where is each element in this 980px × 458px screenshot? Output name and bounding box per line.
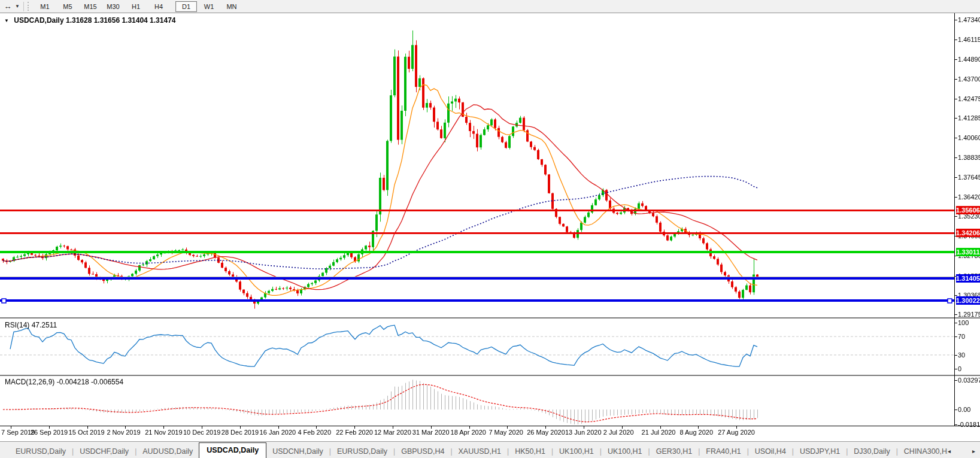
chart-tab-uk100-h1[interactable]: UK100,H1 bbox=[553, 445, 600, 458]
timeframe-button-mn[interactable]: MN bbox=[221, 1, 242, 12]
chart-tab-gbpusd-h4[interactable]: GBPUSD,H4 bbox=[395, 445, 450, 458]
chart-tab-usoil-h4[interactable]: USOil,H4 bbox=[749, 445, 792, 458]
date-axis-label: 10 Dec 2019 bbox=[183, 429, 220, 436]
macd-indicator-label: MACD(12,26,9) -0.004218 -0.006554 bbox=[5, 378, 123, 386]
price-axis-label: 1.40060 bbox=[958, 134, 980, 141]
timeframe-button-m15[interactable]: M15 bbox=[80, 1, 101, 12]
chart-tab-usdcad-daily[interactable]: USDCAD,Daily bbox=[199, 442, 266, 458]
date-axis-label: 31 Mar 2020 bbox=[412, 429, 450, 436]
chart-title-symbol: USDCAD,Daily bbox=[14, 16, 63, 25]
date-axis-label: 12 Mar 2020 bbox=[374, 429, 411, 436]
chart-tab-eurusd-daily[interactable]: EURUSD,Daily bbox=[331, 445, 393, 458]
chart-tab-china300-h1[interactable]: CHINA300,H1 bbox=[898, 445, 948, 458]
price-axis-label: 1.47340 bbox=[958, 16, 980, 23]
hline-price-label: 1.33011 bbox=[956, 248, 980, 256]
hline-price-label: 1.30022 bbox=[956, 296, 980, 305]
top-toolbar: ↔ ▼ M1M5M15M30H1H4D1W1MN bbox=[0, 0, 980, 13]
chart-tab-eurusd-daily[interactable]: EURUSD,Daily bbox=[10, 445, 72, 458]
trading-terminal-window: ↔ ▼ M1M5M15M30H1H4D1W1MN ▼ USDCAD,Daily … bbox=[0, 0, 980, 458]
chart-tab-usdchf-daily[interactable]: USDCHF,Daily bbox=[74, 445, 135, 458]
date-axis-label: 2 Nov 2019 bbox=[107, 429, 140, 436]
timeframe-button-m30[interactable]: M30 bbox=[102, 1, 124, 12]
date-axis-label: 8 Aug 2020 bbox=[679, 429, 713, 436]
date-axis-label: 26 Sep 2019 bbox=[31, 429, 68, 436]
date-axis-label: 15 Oct 2019 bbox=[69, 429, 105, 436]
tab-scroll-left-icon[interactable]: ◂ bbox=[948, 448, 951, 454]
price-axis-label: 1.29175 bbox=[958, 311, 980, 318]
hline-price-label: 1.35606 bbox=[956, 206, 980, 214]
chart-tab-usdcnh-daily[interactable]: USDCNH,Daily bbox=[266, 445, 329, 458]
toolbar-separator bbox=[23, 2, 24, 11]
pan-tool-dropdown-icon[interactable]: ▼ bbox=[14, 4, 21, 9]
chart-tab-audusd-daily[interactable]: AUDUSD,Daily bbox=[136, 445, 199, 458]
macd-axis-label: -0.018154 bbox=[958, 421, 980, 428]
price-axis-label: 1.43700 bbox=[958, 75, 980, 83]
rsi-axis-label: 70 bbox=[958, 333, 980, 340]
rsi-indicator-label: RSI(14) 47.2511 bbox=[5, 321, 57, 329]
pan-tool-icon[interactable]: ↔ bbox=[2, 1, 14, 12]
date-axis-label: 18 Apr 2020 bbox=[451, 429, 486, 436]
price-axis-label: 1.46115 bbox=[958, 36, 980, 43]
timeframe-toolbar: M1M5M15M30H1H4D1W1MN bbox=[34, 1, 243, 12]
chart-title-quotes: 1.31628 1.31656 1.31404 1.31474 bbox=[66, 16, 176, 25]
timeframe-button-w1[interactable]: W1 bbox=[198, 1, 220, 12]
rsi-axis-label: 100 bbox=[958, 319, 980, 326]
date-axis-label: 21 Jul 2020 bbox=[642, 429, 676, 436]
chart-canvas[interactable] bbox=[0, 0, 980, 458]
date-axis-label: 22 Feb 2020 bbox=[336, 429, 373, 436]
timeframe-button-h1[interactable]: H1 bbox=[125, 1, 147, 12]
chart-tab-fra40-h1[interactable]: FRA40,H1 bbox=[700, 445, 747, 458]
chart-tab-uk100-h1[interactable]: UK100,H1 bbox=[602, 445, 648, 458]
date-axis-label: 4 Feb 2020 bbox=[298, 429, 331, 436]
date-axis-label: 26 May 2020 bbox=[527, 429, 565, 436]
toolbar-grip bbox=[28, 2, 31, 11]
price-axis-label: 1.38835 bbox=[958, 154, 980, 161]
price-axis-label: 1.42475 bbox=[958, 95, 980, 102]
chart-tab-ger30-h1[interactable]: GER30,H1 bbox=[650, 445, 698, 458]
chart-collapse-icon[interactable]: ▼ bbox=[4, 18, 9, 23]
date-axis-label: 13 Jun 2020 bbox=[565, 429, 602, 436]
rsi-axis-label: 30 bbox=[958, 351, 980, 359]
timeframe-button-m1[interactable]: M1 bbox=[34, 1, 56, 12]
tab-scroll-arrows: ◂ ▸ bbox=[948, 448, 980, 458]
hline-price-label: 1.34206 bbox=[956, 229, 980, 237]
price-axis-label: 1.41285 bbox=[958, 114, 980, 122]
chart-tab-dj30-daily[interactable]: DJ30,Daily bbox=[848, 445, 896, 458]
timeframe-button-h4[interactable]: H4 bbox=[148, 1, 169, 12]
date-axis-label: 21 Nov 2019 bbox=[145, 429, 182, 436]
date-axis-label: 7 May 2020 bbox=[489, 429, 523, 436]
chart-tab-usdjpy-h1[interactable]: USDJPY,H1 bbox=[794, 445, 846, 458]
timeframe-button-d1[interactable]: D1 bbox=[175, 1, 197, 12]
date-axis-label: 28 Dec 2019 bbox=[222, 429, 259, 436]
chart-tab-xauusd-h1[interactable]: XAUUSD,H1 bbox=[453, 445, 508, 458]
date-axis-label: 16 Jan 2020 bbox=[260, 429, 296, 436]
date-axis-label: 2 Jul 2020 bbox=[603, 429, 634, 436]
chart-tabs: EURUSD,Daily|USDCHF,Daily|AUDUSD,DailyUS… bbox=[0, 442, 948, 458]
price-axis-label: 1.37645 bbox=[958, 174, 980, 181]
rsi-axis-label: 0 bbox=[958, 365, 980, 372]
tab-scroll-right-icon[interactable]: ▸ bbox=[972, 448, 975, 454]
price-axis-label: 1.44890 bbox=[958, 56, 980, 63]
chart-tab-hk50-h1[interactable]: HK50,H1 bbox=[509, 445, 551, 458]
timeframe-button-m5[interactable]: M5 bbox=[57, 1, 78, 12]
chart-title: ▼ USDCAD,Daily 1.31628 1.31656 1.31404 1… bbox=[4, 16, 175, 25]
hline-price-label: 1.31405 bbox=[956, 274, 980, 283]
macd-axis-label: 0.00 bbox=[958, 406, 980, 413]
chart-tabs-bar: EURUSD,Daily|USDCHF,Daily|AUDUSD,DailyUS… bbox=[0, 441, 980, 458]
price-axis-label: 1.36420 bbox=[958, 193, 980, 201]
macd-axis-label: 0.032972 bbox=[958, 377, 980, 384]
date-axis-label: 27 Aug 2020 bbox=[718, 429, 755, 436]
